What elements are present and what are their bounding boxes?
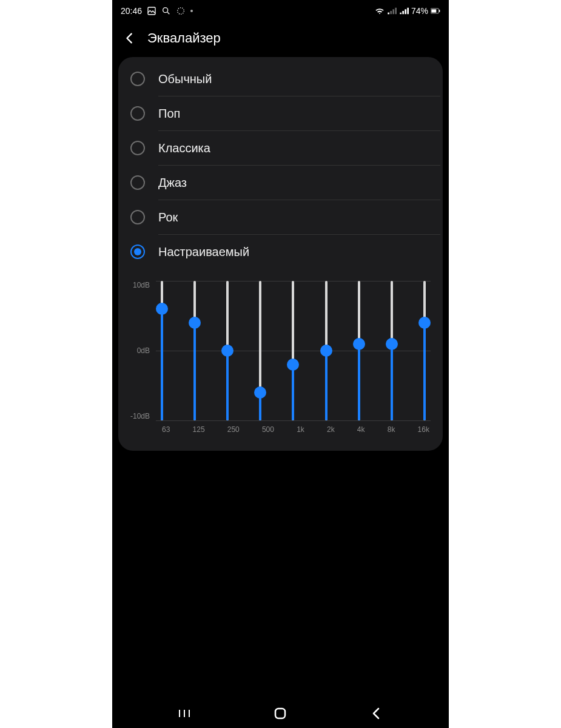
preset-pop[interactable]: Поп [118, 96, 443, 130]
slider-thumb[interactable] [353, 338, 365, 350]
slider-thumb[interactable] [287, 359, 299, 371]
svg-rect-9 [275, 709, 285, 718]
y-tick: -10dB [130, 412, 150, 420]
preset-label: Классика [158, 141, 210, 155]
slider-fill [161, 309, 163, 420]
svg-rect-5 [439, 10, 440, 12]
radio-jazz[interactable] [130, 175, 145, 190]
preset-classic[interactable]: Классика [118, 131, 443, 165]
slider-fill [226, 351, 229, 420]
slider-thumb[interactable] [320, 345, 332, 357]
preset-label: Джаз [158, 176, 187, 190]
eq-band-500[interactable] [259, 281, 261, 420]
signal-icon [399, 6, 409, 16]
slider-thumb[interactable] [189, 317, 201, 329]
battery-icon [431, 6, 440, 16]
slider-fill [193, 323, 196, 420]
y-tick: 0dB [137, 346, 150, 355]
nav-back-button[interactable] [369, 706, 384, 721]
eq-band-63[interactable] [161, 281, 163, 420]
x-tick: 125 [193, 425, 205, 434]
radio-rock[interactable] [130, 210, 145, 224]
preset-label: Поп [158, 107, 180, 121]
svg-rect-4 [431, 9, 436, 12]
x-tick: 4k [357, 425, 365, 434]
eq-grid [156, 281, 431, 420]
x-tick: 63 [162, 425, 170, 434]
app-bar: Эквалайзер [112, 22, 449, 57]
y-tick: 10dB [133, 281, 150, 289]
status-time: 20:46 [121, 6, 142, 16]
eq-band-250[interactable] [226, 281, 229, 420]
x-tick: 2k [327, 425, 335, 434]
svg-rect-7 [184, 710, 185, 717]
y-axis: 10dB0dB-10dB [130, 281, 153, 420]
navigation-bar [112, 699, 449, 728]
slider-fill [292, 365, 294, 420]
radio-custom[interactable] [130, 244, 145, 259]
x-tick: 250 [227, 425, 240, 434]
more-indicator-icon [190, 10, 193, 12]
page-title: Эквалайзер [147, 30, 221, 46]
loading-icon [176, 6, 186, 16]
battery-text: 74% [411, 6, 428, 16]
slider-thumb[interactable] [221, 345, 233, 357]
home-button[interactable] [273, 706, 287, 721]
signal-icon [387, 6, 397, 16]
search-icon [161, 6, 171, 16]
x-tick: 1k [297, 425, 304, 434]
gallery-icon [147, 6, 156, 16]
radio-classic[interactable] [130, 141, 145, 155]
equalizer-chart: 10dB0dB-10dB [118, 269, 443, 420]
status-bar: 20:46 74% [112, 0, 449, 22]
eq-band-125[interactable] [193, 281, 196, 420]
eq-band-1k[interactable] [292, 281, 294, 420]
slider-fill [325, 351, 328, 420]
eq-band-16k[interactable] [423, 281, 426, 420]
x-axis: 631252505001k2k4k8k16k [118, 420, 443, 434]
radio-pop[interactable] [130, 106, 145, 121]
slider-thumb[interactable] [254, 386, 266, 399]
svg-rect-8 [189, 710, 190, 717]
slider-fill [391, 344, 393, 421]
preset-list: ОбычныйПопКлассикаДжазРокНастраиваемый [118, 62, 443, 269]
preset-jazz[interactable]: Джаз [118, 166, 443, 200]
preset-custom[interactable]: Настраиваемый [118, 235, 443, 269]
svg-rect-6 [179, 710, 180, 717]
radio-normal[interactable] [130, 72, 145, 86]
svg-point-2 [178, 8, 184, 15]
slider-thumb[interactable] [156, 303, 168, 315]
recents-button[interactable] [177, 706, 192, 721]
x-tick: 16k [418, 425, 429, 434]
preset-rock[interactable]: Рок [118, 200, 443, 234]
slider-thumb[interactable] [418, 317, 431, 329]
preset-label: Настраиваемый [158, 245, 249, 259]
preset-label: Рок [158, 211, 178, 224]
preset-normal[interactable]: Обычный [118, 62, 443, 96]
slider-thumb[interactable] [386, 338, 398, 350]
slider-fill [423, 323, 426, 420]
wifi-icon [375, 6, 385, 16]
svg-point-1 [163, 8, 168, 13]
eq-band-2k[interactable] [325, 281, 328, 420]
preset-label: Обычный [158, 72, 212, 86]
back-button[interactable] [123, 32, 136, 45]
eq-band-4k[interactable] [358, 281, 360, 420]
x-tick: 500 [262, 425, 274, 434]
equalizer-card: ОбычныйПопКлассикаДжазРокНастраиваемый 1… [118, 57, 443, 451]
slider-fill [358, 344, 360, 421]
eq-band-8k[interactable] [391, 281, 393, 420]
x-tick: 8k [388, 425, 395, 434]
